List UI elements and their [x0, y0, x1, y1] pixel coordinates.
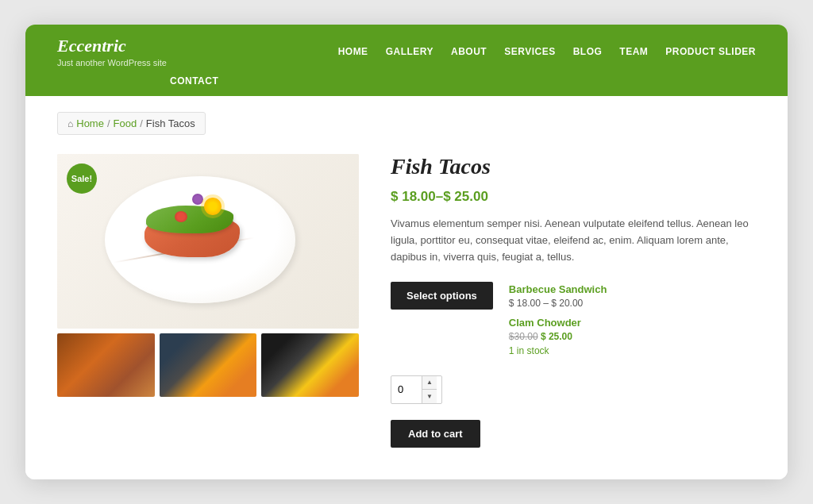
nav-gallery[interactable]: GALLERY: [386, 46, 433, 57]
main-product-image: [57, 154, 359, 329]
quantity-input-group: ▲ ▼: [391, 375, 442, 404]
main-content: ⌂ Home / Food / Fish Tacos Sale!: [25, 96, 788, 479]
nav-product-slider[interactable]: PRODUCT SLIDER: [665, 46, 756, 57]
variant-barbecue-price: $ 18.00 – $ 20.00: [509, 298, 756, 309]
product-price: $ 18.00–$ 25.00: [391, 189, 756, 205]
logo-tagline: Just another WordPress site: [57, 58, 167, 67]
nav-contact[interactable]: CONTACT: [170, 75, 218, 87]
nav-team[interactable]: TEAM: [619, 46, 648, 57]
variant-clam-original-price: $30.00: [509, 331, 538, 342]
variant-clam-price: $30.00 $ 25.00: [509, 331, 756, 342]
stock-info: 1 in stock: [509, 345, 756, 356]
quantity-input[interactable]: [391, 383, 422, 395]
site-header: Eccentric Just another WordPress site HO…: [25, 25, 788, 96]
thumbnail-2[interactable]: [160, 333, 257, 397]
variant-clam-name[interactable]: Clam Chowder: [509, 317, 581, 329]
product-variants: Barbecue Sandwich $ 18.00 – $ 20.00 Clam…: [509, 282, 756, 363]
header-top: Eccentric Just another WordPress site HO…: [57, 25, 756, 67]
variant-clam: Clam Chowder $30.00 $ 25.00 1 in stock: [509, 315, 756, 356]
breadcrumb-food[interactable]: Food: [114, 117, 137, 129]
nav-top: HOME GALLERY ABOUT SERVICES BLOG TEAM PR…: [338, 46, 756, 57]
options-row: Select options Barbecue Sandwich $ 18.00…: [391, 282, 756, 363]
variant-clam-sale-price: $ 25.00: [541, 331, 572, 342]
add-to-cart-button[interactable]: Add to cart: [391, 420, 480, 448]
quantity-row: ▲ ▼: [391, 375, 756, 404]
nav-services[interactable]: SERVICES: [504, 46, 555, 57]
thumbnail-row: [57, 333, 359, 397]
variant-barbecue-name[interactable]: Barbecue Sandwich: [509, 283, 607, 295]
breadcrumb: ⌂ Home / Food / Fish Tacos: [57, 112, 206, 135]
browser-frame: Eccentric Just another WordPress site HO…: [25, 25, 788, 479]
product-description: Vivamus elementum semper nisi. Aenean vu…: [391, 216, 756, 265]
product-images: Sale!: [57, 154, 359, 397]
nav-home[interactable]: HOME: [338, 46, 368, 57]
breadcrumb-home[interactable]: Home: [76, 117, 104, 129]
select-options-button[interactable]: Select options: [391, 282, 493, 310]
quantity-up-button[interactable]: ▲: [422, 375, 437, 391]
product-details: Fish Tacos $ 18.00–$ 25.00 Vivamus eleme…: [391, 154, 756, 447]
nav-about[interactable]: ABOUT: [451, 46, 487, 57]
nav-bottom: CONTACT: [170, 67, 756, 96]
thumbnail-3[interactable]: [261, 333, 359, 397]
product-title: Fish Tacos: [391, 154, 756, 179]
home-icon: ⌂: [67, 118, 73, 129]
quantity-down-button[interactable]: ▼: [422, 390, 437, 404]
thumbnail-1[interactable]: [57, 333, 155, 397]
logo-name: Eccentric: [57, 36, 167, 56]
breadcrumb-current: Fish Tacos: [146, 117, 195, 129]
site-logo: Eccentric Just another WordPress site: [57, 36, 167, 67]
product-layout: Sale!: [57, 154, 756, 447]
variant-barbecue: Barbecue Sandwich $ 18.00 – $ 20.00: [509, 282, 756, 309]
quantity-spinners: ▲ ▼: [422, 375, 437, 404]
nav-blog[interactable]: BLOG: [573, 46, 603, 57]
product-image-art: [57, 154, 359, 329]
